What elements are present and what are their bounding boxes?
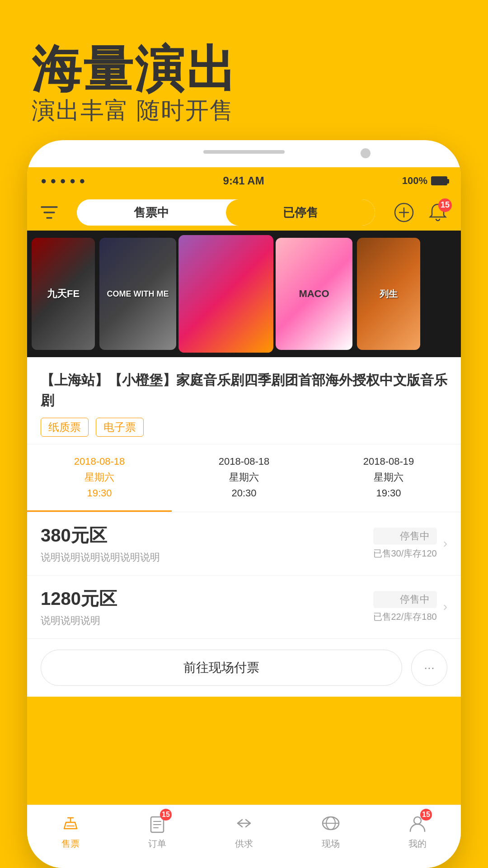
zone-2-desc: 说明说明说明 (41, 614, 117, 627)
signal-dot: ● (70, 175, 75, 187)
white-content-area: 【上海站】【小橙堡】家庭音乐剧四季剧团首部海外授权中文版音乐剧 纸质票 电子票 … (27, 357, 461, 697)
orders-badge: 15 (160, 809, 172, 821)
nav-label-supply: 供求 (235, 838, 253, 850)
mine-icon-wrap: 15 (406, 811, 429, 835)
date-2-time: 20:30 (176, 485, 312, 501)
tickets-icon-wrap (59, 811, 82, 835)
notification-button[interactable]: 15 (425, 200, 450, 225)
signal-dots: ● ● ● ● ● (41, 175, 85, 187)
zone-1-left: 380元区 说明说明说明说明说明说明 (41, 523, 160, 564)
status-right: 100% (402, 175, 447, 187)
supply-icon-wrap (232, 811, 256, 835)
carousel-item-5[interactable]: 列生 (357, 238, 420, 350)
date-3-time: 19:30 (321, 485, 456, 501)
zone-1-status-label: 停售中 (373, 528, 437, 545)
signal-dot: ● (79, 175, 85, 187)
poster-2-image: COME WITH ME (99, 238, 176, 350)
phone-top-bar (203, 150, 285, 154)
nav-item-orders[interactable]: 15 订单 (114, 811, 201, 850)
zone-2-right: 停售中 已售22/库存180 › (373, 591, 448, 623)
nav-item-mine[interactable]: 15 我的 (374, 811, 461, 850)
zone-2-status-label: 停售中 (373, 591, 437, 608)
zone-2-chevron[interactable]: › (443, 599, 447, 614)
more-button[interactable]: ··· (411, 650, 447, 686)
svg-point-4 (414, 817, 421, 824)
add-button[interactable] (391, 200, 416, 225)
nav-item-tickets[interactable]: 售票 (27, 811, 114, 850)
hero-subtitle: 演出丰富 随时开售 (32, 95, 234, 127)
zone-1-stock: 已售30/库存120 (373, 547, 437, 560)
date-2-date: 2018-08-18 (176, 453, 312, 469)
filter-button[interactable] (38, 201, 61, 224)
zone-1-chevron[interactable]: › (443, 536, 447, 551)
phone-camera (361, 148, 371, 158)
carousel-item-4[interactable]: MACO (276, 238, 352, 350)
tag-electronic: 电子票 (96, 418, 144, 437)
carousel-item-3[interactable] (178, 235, 273, 353)
nav-bar: 售票中 已停售 15 (27, 194, 461, 231)
signal-dot: ● (41, 175, 47, 187)
signal-dot: ● (50, 175, 56, 187)
signal-dot: ● (60, 175, 66, 187)
date-1-time: 19:30 (32, 485, 167, 501)
nav-label-tickets: 售票 (61, 838, 80, 850)
status-time: 9:41 AM (223, 175, 264, 187)
event-title-section: 【上海站】【小橙堡】家庭音乐剧四季剧团首部海外授权中文版音乐剧 纸质票 电子票 (27, 357, 461, 444)
mine-badge: 15 (420, 809, 432, 821)
date-item-2[interactable]: 2018-08-18 星期六 20:30 (172, 444, 316, 512)
nav-label-mine: 我的 (408, 838, 427, 850)
carousel-item-2[interactable]: COME WITH ME (99, 238, 176, 350)
zone-2-stock: 已售22/库存180 (373, 611, 437, 623)
nav-icons: 15 (391, 200, 450, 225)
scene-icon-wrap (319, 811, 343, 835)
orders-icon-wrap: 15 (145, 811, 169, 835)
date-selector: 2018-08-18 星期六 19:30 2018-08-18 星期六 20:3… (27, 444, 461, 512)
zone-2-left: 1280元区 说明说明说明 (41, 586, 117, 627)
poster-1-image: 九天FE (32, 238, 95, 350)
zone-1-desc: 说明说明说明说明说明说明 (41, 551, 160, 564)
zone-1-status: 停售中 已售30/库存120 (373, 528, 437, 560)
date-3-week: 星期六 (321, 469, 456, 485)
ticket-tags: 纸质票 电子票 (41, 418, 447, 437)
event-title: 【上海站】【小橙堡】家庭音乐剧四季剧团首部海外授权中文版音乐剧 (41, 370, 447, 410)
nav-item-supply[interactable]: 供求 (201, 811, 287, 850)
action-buttons: 前往现场付票 ··· (27, 639, 461, 697)
concert-carousel: 九天FE COME WITH ME MACO 列生 (27, 231, 461, 357)
phone-mockup: ● ● ● ● ● 9:41 AM 100% (27, 140, 461, 868)
zone-2-price: 1280元区 (41, 586, 117, 611)
tab-selling[interactable]: 售票中 (77, 199, 226, 226)
zone-2-status: 停售中 已售22/库存180 (373, 591, 437, 623)
tab-stopped[interactable]: 已停售 (226, 199, 375, 226)
bottom-nav: 售票 15 订单 (27, 805, 461, 868)
nav-item-scene[interactable]: 现场 (287, 811, 374, 850)
status-bar: ● ● ● ● ● 9:41 AM 100% (27, 167, 461, 194)
poster-3-image (178, 235, 273, 353)
app-content: ● ● ● ● ● 9:41 AM 100% (27, 167, 461, 868)
tab-group: 售票中 已停售 (77, 199, 375, 226)
notification-badge: 15 (438, 198, 452, 212)
tag-paper: 纸质票 (41, 418, 89, 437)
ticket-zone-2: 1280元区 说明说明说明 停售中 已售22/库存180 › (27, 576, 461, 639)
goto-venue-button[interactable]: 前往现场付票 (41, 650, 402, 686)
poster-5-image: 列生 (357, 238, 420, 350)
date-1-date: 2018-08-18 (32, 453, 167, 469)
date-1-week: 星期六 (32, 469, 167, 485)
poster-4-image: MACO (276, 238, 352, 350)
date-2-week: 星期六 (176, 469, 312, 485)
zone-1-price: 380元区 (41, 523, 160, 548)
ticket-zone-1: 380元区 说明说明说明说明说明说明 停售中 已售30/库存120 › (27, 512, 461, 576)
battery-percent: 100% (402, 175, 427, 187)
nav-label-scene: 现场 (322, 838, 340, 850)
date-item-1[interactable]: 2018-08-18 星期六 19:30 (27, 444, 172, 512)
hero-title: 海量演出 (32, 36, 238, 104)
date-item-3[interactable]: 2018-08-19 星期六 19:30 (316, 444, 461, 512)
date-3-date: 2018-08-19 (321, 453, 456, 469)
nav-label-orders: 订单 (148, 838, 166, 850)
battery-icon (431, 176, 447, 185)
carousel-item-1[interactable]: 九天FE (32, 238, 95, 350)
zone-1-right: 停售中 已售30/库存120 › (373, 528, 448, 560)
